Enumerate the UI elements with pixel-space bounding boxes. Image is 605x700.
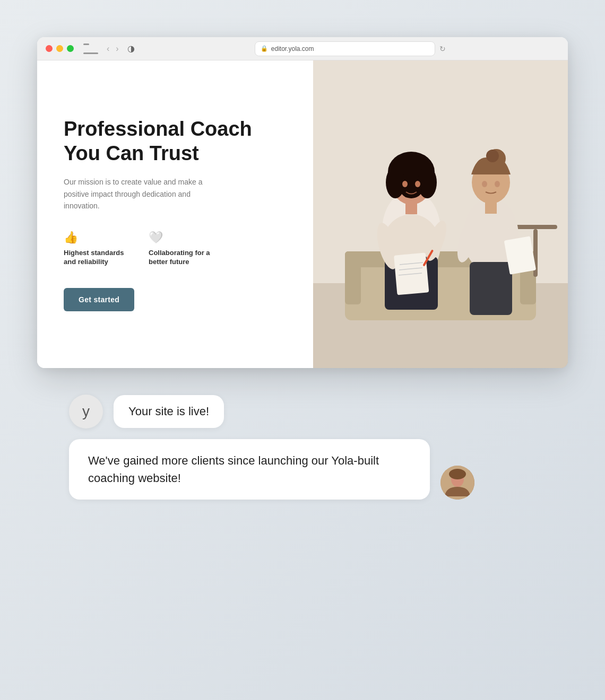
hero-image: © iStockphoto: [313, 60, 568, 368]
hero-subtitle: Our mission is to create value and make …: [64, 176, 212, 212]
chat-bubble-2-text: We've gained more clients since launchin…: [88, 454, 379, 485]
website-content: Professional Coach You Can Trust Our mis…: [37, 60, 568, 368]
back-button[interactable]: ‹: [105, 43, 111, 55]
chat-bubble-1-text: Your site is live!: [128, 405, 209, 418]
address-bar-container: 🔒 editor.yola.com ↻: [141, 41, 559, 56]
reload-button[interactable]: ↻: [439, 41, 446, 56]
chat-section: y Your site is live! We've gained more c…: [37, 368, 568, 526]
svg-point-16: [402, 181, 408, 187]
svg-point-32: [495, 181, 500, 187]
brightness-icon: ◑: [127, 43, 135, 54]
svg-point-40: [449, 469, 466, 479]
maximize-button-dot[interactable]: [67, 45, 74, 52]
thumbs-up-icon: 👍: [64, 231, 127, 244]
get-started-button[interactable]: Get started: [64, 288, 134, 311]
right-panel: © iStockphoto: [313, 60, 568, 368]
chat-row-2: We've gained more clients since launchin…: [69, 439, 536, 500]
svg-rect-6: [515, 225, 557, 229]
left-panel: Professional Coach You Can Trust Our mis…: [37, 60, 313, 368]
close-button-dot[interactable]: [46, 45, 53, 52]
feature-1: 👍 Highest standards and reliability: [64, 231, 127, 267]
heart-icon: 🤍: [149, 231, 212, 244]
feature-1-label: Highest standards and reliability: [64, 249, 127, 267]
yola-letter: y: [82, 403, 90, 420]
address-bar[interactable]: 🔒 editor.yola.com: [255, 41, 435, 56]
features-row: 👍 Highest standards and reliability 🤍 Co…: [64, 231, 287, 267]
svg-rect-4: [345, 251, 361, 304]
svg-rect-27: [470, 262, 512, 315]
forward-button[interactable]: ›: [114, 43, 120, 55]
yola-avatar: y: [69, 395, 103, 428]
svg-point-31: [482, 181, 487, 187]
url-text: editor.yola.com: [271, 45, 314, 52]
chat-bubble-2: We've gained more clients since launchin…: [69, 439, 430, 500]
feature-2: 🤍 Collaborating for a better future: [149, 231, 212, 267]
traffic-lights: [46, 45, 74, 52]
svg-point-17: [415, 181, 420, 187]
svg-rect-18: [405, 203, 417, 214]
svg-rect-33: [485, 202, 497, 214]
hero-title: Professional Coach You Can Trust: [64, 117, 287, 165]
sidebar-toggle-icon[interactable]: [83, 43, 98, 54]
svg-point-30: [486, 150, 499, 162]
nav-arrows: ‹ ›: [105, 43, 121, 55]
chat-bubble-1: Your site is live!: [114, 395, 224, 428]
browser-window: ‹ › ◑ 🔒 editor.yola.com ↻ Professional C…: [37, 37, 568, 368]
minimize-button-dot[interactable]: [56, 45, 63, 52]
chat-row-1: y Your site is live!: [69, 395, 536, 428]
user-avatar: [440, 466, 474, 500]
scene: ‹ › ◑ 🔒 editor.yola.com ↻ Professional C…: [37, 37, 568, 663]
feature-2-label: Collaborating for a better future: [149, 249, 212, 267]
browser-titlebar: ‹ › ◑ 🔒 editor.yola.com ↻: [37, 37, 568, 60]
lock-icon: 🔒: [261, 45, 268, 52]
